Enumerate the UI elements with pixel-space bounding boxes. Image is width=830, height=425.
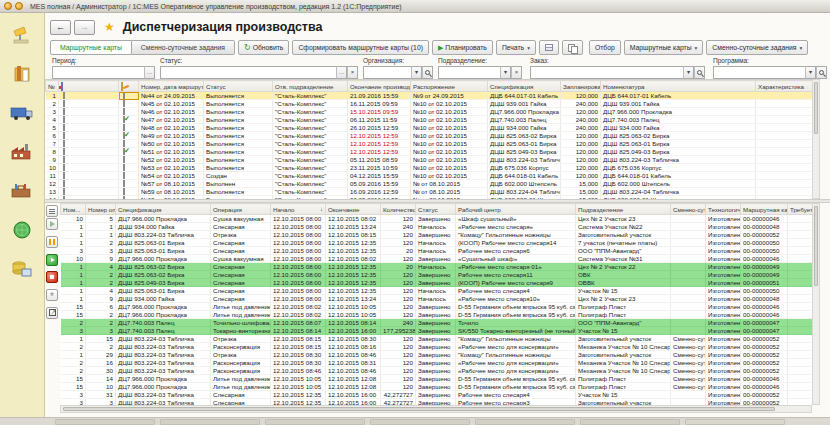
taskbar-item[interactable] [265,419,365,425]
cell-end[interactable]: 12.10.2015 16:00 [326,391,381,399]
column-header-10[interactable]: Сменно-сут... [671,204,706,215]
table-row[interactable]: 33ДЦШ 825.063-01 БиркаСлесарная12.10.201… [61,247,813,255]
cell-tech[interactable]: Изготовлен... [706,391,741,399]
cell-tech[interactable]: Изготовлен... [706,327,741,335]
cell-end[interactable]: 15.10.2015 09:59 [348,108,411,116]
cell-op[interactable]: 2 [86,311,116,319]
cell-spec[interactable]: ДЦШ 803.224-03 Табличка [488,156,561,164]
cell-op[interactable]: 1 [86,223,116,231]
cell-num[interactable]: 15 [61,375,86,383]
table-row[interactable]: 19ДЦШ 934.000 ГайкаСлесарная12.10.2015 0… [61,295,813,303]
cell-op[interactable]: 15 [86,335,116,343]
cell-card[interactable]: 00-00000046 [741,215,788,223]
row-checkbox[interactable] [123,124,125,132]
cell-num[interactable]: 15 [61,383,86,391]
cell-dept[interactable]: Заготовительный участок [576,351,671,359]
cell-nomen[interactable]: ДЦ7.740.003 Палец [601,116,756,124]
open-button[interactable] [46,307,58,319]
cell-qty[interactable]: 120 [381,231,416,239]
table-row[interactable]: 115ДЦШ 803.224-03 ТабличкаОтрезка12.10.2… [61,335,813,343]
table-row[interactable]: 152ДЦ7.966.000 ПрокладкаЛитье под давлен… [61,311,813,319]
cell-wc[interactable]: «Шкаф сушильный» [456,215,576,223]
cell-card[interactable]: 00-00000052 [741,343,788,351]
cell-shift[interactable]: Сменно-сут... [671,335,706,343]
cell-dept[interactable]: "Сталь-Комплекс" [273,156,348,164]
cell-status[interactable]: Завершено [416,319,456,327]
cell-start[interactable]: 12.10.2015 08:00 [271,279,326,287]
cell-num[interactable]: 10 [61,215,86,223]
sidebar-section-production-icon[interactable] [5,139,39,165]
cell-spec[interactable]: ДЦ7.966.000 Прокладка [116,303,211,311]
system-menu-button[interactable] [4,2,12,10]
cell-shift[interactable] [671,319,706,327]
cell-spec[interactable]: ДЦШ 803.224-03 Табличка [116,335,211,343]
cell-spec[interactable]: ДЦШ 825.063-01 Бирка [116,287,211,295]
cell-number[interactable]: №46 от 02.10.2015 [139,108,204,116]
table-row[interactable]: 216ДЦШ 803.224-03 ТабличкаРасконсервация… [61,359,813,367]
cell-status[interactable]: Выполняется [204,188,273,196]
cell-op[interactable]: 29 [86,351,116,359]
cell-chk2[interactable] [119,140,139,148]
cell-end[interactable]: 05.09.2016 15:59 [348,180,411,188]
cell-start[interactable]: 12.10.2015 08:00 [271,271,326,279]
cell-start[interactable]: 12.10.2015 08:00 [271,247,326,255]
taskbar-item[interactable] [475,419,575,425]
sidebar-section-logistics-icon[interactable] [5,100,39,126]
cell-dept[interactable]: "Сталь-Комплекс" [273,164,348,172]
column-header-0[interactable]: № [46,81,59,92]
cell-op[interactable]: 2 [86,279,116,287]
search-button[interactable] [694,66,705,79]
cell-spec[interactable]: ДЦШ 939.001 Гайка [488,100,561,108]
column-header-2[interactable] [119,81,139,92]
cell-chk2[interactable] [119,164,139,172]
cell-ot[interactable] [788,351,813,359]
cell-spec[interactable]: ДЦ7.740.003 Палец [116,327,211,335]
cell-end[interactable]: 12.10.2015 12:59 [348,140,411,148]
cell-spec[interactable]: ДЦШ 934.000 Гайка [116,295,211,303]
cell-qty[interactable]: 42,272727 [381,391,416,399]
sidebar-section-documents-icon[interactable] [5,61,39,87]
cell-shift[interactable] [671,231,706,239]
cell-n[interactable]: 4 [46,116,59,124]
cell-ot[interactable] [788,367,813,375]
cell-shift[interactable]: Сменно-сут... [671,375,706,383]
table-row[interactable]: 12ДЦШ 825.049-03 БиркаСлесарная12.10.201… [61,279,813,287]
cell-wc[interactable]: (КООП) Рабочее место слесаря9 [456,279,576,287]
cell-operation[interactable]: Слесарная [211,271,271,279]
cell-ot[interactable] [788,223,813,231]
cell-ot[interactable] [788,359,813,367]
column-header-4[interactable]: Начало↓ [271,204,326,215]
cell-shift[interactable]: Сменно-сут... [671,343,706,351]
cell-planned[interactable]: 120,000 [561,132,601,140]
row-checkbox[interactable] [63,180,65,188]
cell-operation[interactable]: Слесарная [211,223,271,231]
cell-wc[interactable]: (КООП) Рабочее место слесаря14 [456,239,576,247]
cell-op[interactable]: 3 [86,327,116,335]
cell-nomen[interactable]: ДЦ7.966.000 Прокладка [601,108,756,116]
sidebar-section-desktop-icon[interactable] [5,22,39,48]
sidebar-section-finance-icon[interactable] [5,217,39,243]
cell-start[interactable]: 12.10.2015 08:00 [271,287,326,295]
cell-shift[interactable]: Сменно-сут... [671,359,706,367]
table-row[interactable]: 230ДЦШ 803.224-03 ТабличкаРасконсервация… [61,367,813,375]
cell-ot[interactable] [788,335,813,343]
dropdown-button[interactable]: ▾ [805,66,816,79]
cell-start[interactable]: 12.10.2015 08:00 [271,239,326,247]
cell-op[interactable]: 9 [86,255,116,263]
table-row[interactable]: 156ДЦ7.966.000 ПрокладкаЛитье под давлен… [61,303,813,311]
cell-ot[interactable] [788,239,813,247]
filter-input[interactable] [530,66,683,79]
row-checkbox[interactable] [63,148,65,156]
sidebar-section-data-icon[interactable] [5,256,39,282]
cell-status[interactable]: Выполняется [204,148,273,156]
cell-nomen[interactable]: ДЦБ 644.018-01 Кабель [601,172,756,180]
cell-end[interactable]: 26.10.2015 12:59 [348,124,411,132]
cell-chr[interactable] [756,188,813,196]
cell-wc[interactable]: «Рабочее место для консервации» [456,359,576,367]
cell-qty[interactable]: 120 [381,295,416,303]
cell-chk2[interactable] [119,100,139,108]
upper-vertical-scrollbar[interactable] [812,79,820,199]
cell-card[interactable]: 00-00000050 [741,239,788,247]
column-header-3[interactable]: Номер, дата маршрутной кар... [139,81,204,92]
cell-spec[interactable]: ДЦ7.966.000 Прокладка [116,215,211,223]
